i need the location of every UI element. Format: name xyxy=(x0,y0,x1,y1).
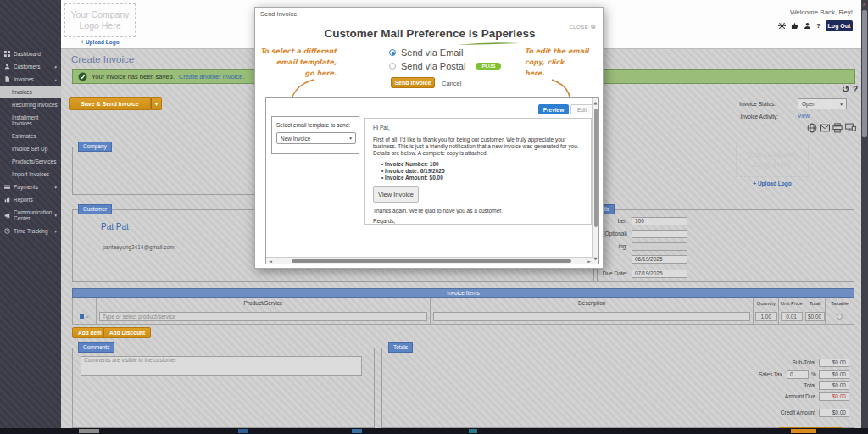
description-input[interactable] xyxy=(433,312,750,321)
add-discount-button[interactable]: Add Discount xyxy=(103,327,151,338)
delete-row-icon[interactable]: ✕ xyxy=(86,314,90,320)
create-another-invoice-link[interactable]: Create another invoice. xyxy=(179,73,245,81)
chevron-down-icon: ▾ xyxy=(840,102,843,107)
scroll-down-arrow-icon[interactable]: ▼ xyxy=(594,257,598,261)
user-icon[interactable] xyxy=(804,22,811,30)
customer-name-link[interactable]: Pat Pat xyxy=(101,222,129,231)
printer-icon[interactable] xyxy=(832,123,843,133)
invoice-logo-placeholder[interactable]: Your Company Logo Here xyxy=(736,142,809,177)
page-title: Create Invoice xyxy=(71,54,134,64)
scroll-right-arrow-icon[interactable]: ► xyxy=(587,259,591,264)
submenu-item-invoices[interactable]: Invoices xyxy=(0,86,61,98)
email-bullet-invoice-amount: Invoice Amount: $0.00 xyxy=(381,175,583,181)
due-date-field[interactable]: 07/19/2025 xyxy=(632,270,687,278)
help-icon[interactable]: ? xyxy=(816,22,821,30)
header-actions: ? Log Out xyxy=(778,20,853,31)
vertical-scroll-thumb[interactable] xyxy=(594,108,598,227)
quantity-input[interactable]: 1.00 xyxy=(755,312,777,321)
modal-heading: Customer Mail Preference is Paperless xyxy=(255,27,604,40)
preview-button[interactable]: Preview xyxy=(538,104,569,114)
gear-icon[interactable] xyxy=(778,22,786,30)
invoice-date-field[interactable]: 06/19/2025 xyxy=(632,255,687,264)
submenu-item-installment-invoices[interactable]: Installment Invoices xyxy=(0,111,61,130)
submenu-item-products-services[interactable]: Products/Services xyxy=(0,155,61,168)
total-value: $0.00 xyxy=(819,381,849,390)
cancel-button[interactable]: Cancel xyxy=(442,80,461,87)
invoice-activity-view-link[interactable]: View xyxy=(798,113,810,119)
upload-logo-link[interactable]: + Upload Logo xyxy=(64,39,136,45)
logout-button[interactable]: Log Out xyxy=(826,20,853,31)
monitor-icon[interactable] xyxy=(845,123,856,133)
submenu-item-import-invoices[interactable]: Import Invoices xyxy=(0,168,61,181)
subtotal-label: Sub-Total xyxy=(712,359,815,367)
sidebar-item-label: Customers xyxy=(14,64,40,70)
product-service-input[interactable] xyxy=(99,312,427,321)
scroll-up-arrow-icon[interactable]: ▲ xyxy=(863,2,866,6)
sidebar-item-dashboard[interactable]: Dashboard xyxy=(0,47,61,60)
taskbar-app-icon[interactable] xyxy=(352,429,362,433)
sidebar-item-time-tracking[interactable]: Time Tracking ▾ xyxy=(0,225,61,237)
page-scrollbar-thumb[interactable] xyxy=(862,10,867,137)
delivery-icons xyxy=(807,123,856,133)
sidebar-item-communication-center[interactable]: Communication Center ▾ xyxy=(0,206,61,225)
globe-icon[interactable] xyxy=(807,123,817,133)
sidebar-item-reports[interactable]: Reports xyxy=(0,193,61,206)
email-signoff: Regards, xyxy=(373,218,583,225)
send-via-postal-option[interactable]: Send via Postal PLUS xyxy=(389,61,501,71)
save-send-invoice-button[interactable]: Save & Send Invoice xyxy=(69,97,151,110)
view-invoice-button: View Invoice xyxy=(373,186,419,203)
invoice-items-bar: Invoice Items xyxy=(72,288,854,298)
preview-vertical-scrollbar[interactable]: ▲ ▼ xyxy=(592,98,598,264)
sales-tax-label: Sales Tax xyxy=(695,370,782,379)
company-logo-placeholder[interactable]: Your Company Logo Here xyxy=(64,3,136,37)
taskbar-app-icon[interactable] xyxy=(791,429,816,433)
submenu-item-estimates[interactable]: Estimates xyxy=(0,130,61,142)
po-number-field[interactable] xyxy=(632,230,687,238)
customer-email: pantaeyung2414@gmail.com xyxy=(103,244,175,250)
logo-text-line1: Your Company xyxy=(70,9,129,20)
email-template-select[interactable]: New Invoice ▾ xyxy=(276,132,356,144)
page-help-icon[interactable]: ? xyxy=(853,85,858,94)
sidebar-item-payments[interactable]: Payments ▾ xyxy=(0,181,61,193)
taskbar xyxy=(0,428,868,434)
sidebar-item-invoices[interactable]: Invoices ▴ xyxy=(0,73,61,86)
credit-amount-label: Credit Amount xyxy=(712,409,815,417)
taskbar-app-icon[interactable] xyxy=(238,429,248,433)
thumbs-up-icon[interactable] xyxy=(791,22,798,30)
invoice-number-field[interactable]: 100 xyxy=(632,217,687,225)
comments-textarea[interactable] xyxy=(81,356,362,376)
edit-button[interactable]: Edit xyxy=(570,104,593,114)
taskbar-app-icon[interactable] xyxy=(469,429,477,433)
success-text: Your invoice has been saved. xyxy=(92,73,175,81)
taskbar-app-icon[interactable] xyxy=(79,429,99,433)
customer-section-tag: Customer xyxy=(78,204,112,214)
sidebar-item-customers[interactable]: Customers ▾ xyxy=(0,60,61,73)
scroll-up-arrow-icon[interactable]: ▲ xyxy=(594,101,598,105)
undo-icon[interactable]: ↺ xyxy=(842,84,849,95)
page-scrollbar[interactable]: ▲ xyxy=(861,0,868,434)
chevron-down-icon: ▾ xyxy=(54,213,57,218)
invoice-activity-label: Invoice Activity: xyxy=(725,113,778,121)
send-invoice-button[interactable]: Send Invoice xyxy=(391,77,435,88)
unit-price-input[interactable]: 0.01 xyxy=(781,312,803,321)
row-handle-cell[interactable]: ✕ xyxy=(73,309,97,324)
detail-row3-field[interactable] xyxy=(632,242,687,251)
invoice-status-select[interactable]: Open ▾ xyxy=(798,98,847,109)
sales-tax-input[interactable]: 0 xyxy=(787,370,809,379)
sidebar-item-label: Time Tracking xyxy=(14,228,48,234)
save-send-dropdown-caret[interactable]: ▾ xyxy=(151,97,162,110)
add-item-button[interactable]: Add Item xyxy=(72,327,108,338)
taxable-checkbox[interactable] xyxy=(837,314,843,320)
invoice-upload-logo-link[interactable]: + Upload Logo xyxy=(736,181,809,186)
send-via-email-option[interactable]: Send via Email xyxy=(389,47,463,58)
submenu-item-recurring-invoices[interactable]: Recurring Invoices xyxy=(0,98,61,111)
horizontal-scroll-thumb[interactable] xyxy=(292,259,571,263)
email-body-text: First of all, I'd like to thank you for … xyxy=(373,136,583,157)
send-invoice-modal: Send Invoice CLOSE ⊗ Customer Mail Prefe… xyxy=(254,7,604,269)
invoices-icon xyxy=(4,76,10,82)
scroll-left-arrow-icon[interactable]: ◄ xyxy=(269,259,272,264)
mail-icon[interactable] xyxy=(820,123,830,133)
submenu-item-invoice-set-up[interactable]: Invoice Set Up xyxy=(0,142,61,155)
preview-horizontal-scrollbar[interactable]: ◄ ► xyxy=(266,257,593,264)
percent-sign: % xyxy=(811,371,816,377)
